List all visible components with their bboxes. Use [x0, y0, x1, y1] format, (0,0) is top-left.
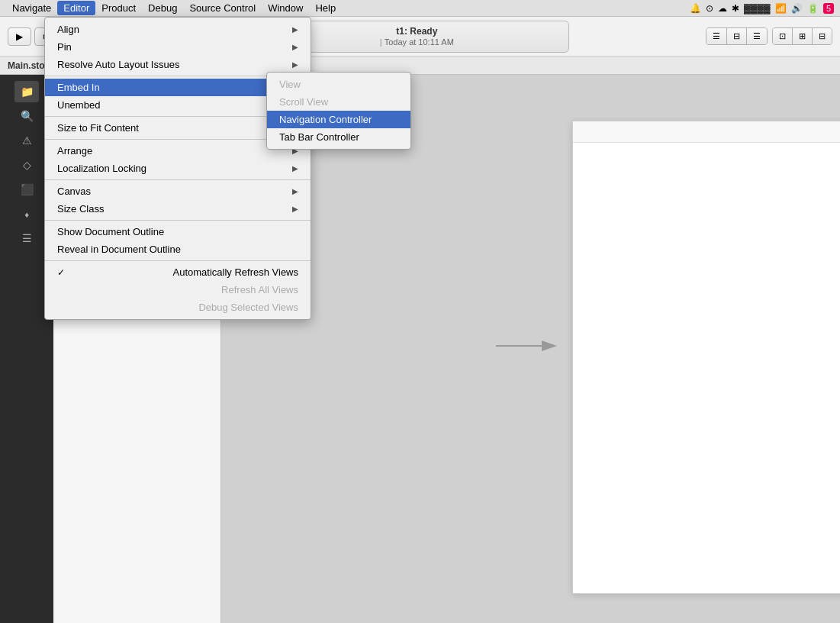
editor-mode-group: ⊡ ⊞ ⊟: [772, 27, 832, 45]
checkmark-icon: ✓: [57, 267, 69, 278]
iphone-frame: [572, 121, 840, 594]
size-class-arrow-icon: ▶: [292, 205, 298, 213]
navigator-toggle[interactable]: ☰: [706, 28, 727, 44]
menu-debug[interactable]: Debug: [142, 1, 183, 15]
battery-icon: ▓▓▓▓: [744, 3, 771, 14]
toolbar-right: ☰ ⊟ ☰ ⊡ ⊞ ⊟: [706, 27, 832, 45]
editor-menu: Align ▶ Pin ▶ Resolve Auto Layout Issues…: [44, 17, 311, 320]
sidebar-breakpoint-icon[interactable]: ⬧: [14, 203, 39, 224]
menu-bar: Navigate Editor Product Debug Source Con…: [0, 0, 840, 17]
embed-scroll-view: Scroll View: [267, 93, 410, 111]
svg-marker-1: [542, 341, 557, 351]
menu-localization-locking[interactable]: Localization Locking ▶: [45, 160, 311, 177]
menu-help[interactable]: Help: [309, 1, 342, 15]
standard-editor-btn[interactable]: ⊡: [773, 28, 793, 44]
segue-arrow: [496, 334, 557, 363]
menu-canvas[interactable]: Canvas ▶: [45, 182, 311, 200]
menu-pin[interactable]: Pin ▶: [45, 38, 311, 56]
menu-resolve-autolayout[interactable]: Resolve Auto Layout Issues ▶: [45, 56, 311, 73]
notification-icon: 🔔: [690, 3, 701, 14]
menu-reveal-outline[interactable]: Reveal in Document Outline: [45, 240, 311, 258]
embed-tab-bar-controller[interactable]: Tab Bar Controller: [267, 128, 410, 146]
inspector-toggle[interactable]: ☰: [747, 28, 767, 44]
view-toggle-group: ☰ ⊟ ☰: [706, 27, 768, 45]
run-icon: ▶: [16, 31, 23, 42]
align-arrow-icon: ▶: [292, 25, 298, 34]
bluetooth-icon: ✱: [732, 3, 739, 14]
sidebar-debug-icon[interactable]: ⬛: [14, 179, 39, 200]
wifi-icon: 📶: [775, 3, 787, 14]
power-icon: 🔋: [807, 3, 819, 14]
resolve-arrow-icon: ▶: [292, 60, 298, 69]
menu-product[interactable]: Product: [95, 1, 142, 15]
version-editor-btn[interactable]: ⊟: [813, 28, 832, 44]
sidebar-report-icon[interactable]: ☰: [14, 228, 39, 249]
embed-navigation-controller[interactable]: Navigation Controller: [267, 111, 410, 128]
pin-arrow-icon: ▶: [292, 43, 298, 51]
menu-size-class[interactable]: Size Class ▶: [45, 200, 311, 218]
embed-view: View: [267, 76, 410, 93]
menu-align[interactable]: Align ▶: [45, 21, 311, 38]
status-subtitle: Today at 10:11 AM: [385, 37, 454, 47]
separator-4: [45, 179, 311, 180]
separator-6: [45, 260, 311, 261]
badge-icon: 5: [823, 3, 834, 14]
volume-icon: 🔊: [791, 3, 803, 14]
siri-icon: ⊙: [706, 3, 713, 14]
assistant-editor-btn[interactable]: ⊞: [793, 28, 813, 44]
embed-submenu: View Scroll View Navigation Controller T…: [266, 72, 411, 150]
sidebar-issues-icon[interactable]: ⚠: [14, 130, 39, 151]
cloud-icon: ☁: [718, 3, 727, 14]
run-button[interactable]: ▶: [8, 27, 31, 46]
menu-source-control[interactable]: Source Control: [183, 1, 262, 15]
menu-debug-selected: Debug Selected Views: [45, 299, 311, 316]
debug-toggle[interactable]: ⊟: [727, 28, 747, 44]
canvas-arrow-icon: ▶: [292, 187, 298, 195]
sidebar-test-icon[interactable]: ◇: [14, 154, 39, 176]
menu-show-outline[interactable]: Show Document Outline: [45, 223, 311, 240]
sidebar-search-icon[interactable]: 🔍: [14, 105, 39, 127]
menu-navigate[interactable]: Navigate: [6, 1, 57, 15]
iphone-status-bar: [573, 121, 840, 143]
menu-editor[interactable]: Editor: [57, 1, 95, 15]
localization-arrow-icon: ▶: [292, 164, 298, 173]
status-title: t1: Ready: [280, 26, 553, 37]
canvas-area[interactable]: [221, 75, 840, 623]
menu-window[interactable]: Window: [262, 1, 309, 15]
sidebar-folder-icon[interactable]: 📁: [14, 81, 39, 102]
menu-auto-refresh[interactable]: ✓ Automatically Refresh Views: [45, 263, 311, 281]
separator-5: [45, 220, 311, 221]
menu-refresh-all: Refresh All Views: [45, 281, 311, 299]
menubar-right-icons: 🔔 ⊙ ☁ ✱ ▓▓▓▓ 📶 🔊 🔋 5: [690, 3, 834, 14]
